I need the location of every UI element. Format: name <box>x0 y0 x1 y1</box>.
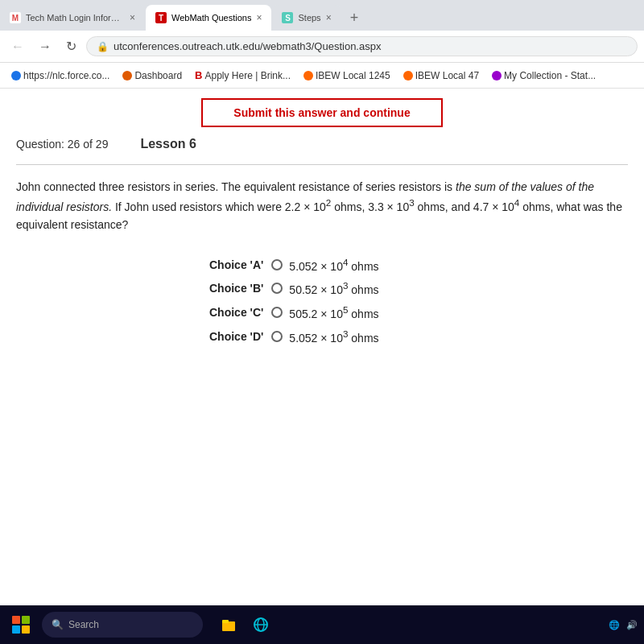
bookmark-ibew47-icon <box>403 71 413 80</box>
tab-steps[interactable]: S Steps × <box>272 5 341 31</box>
question-text: John connected three resistors in series… <box>16 178 628 234</box>
windows-logo <box>12 616 30 634</box>
bookmark-nlc-icon <box>11 71 21 80</box>
bookmark-nlc[interactable]: https://nlc.force.co... <box>6 68 114 84</box>
tab-webmath-close[interactable]: × <box>256 12 262 23</box>
choice-d-row: Choice 'D' 5.052 × 103 ohms <box>209 328 435 345</box>
choice-b-text: 50.52 × 103 ohms <box>289 280 378 296</box>
choice-c-row: Choice 'C' 505.2 × 105 ohms <box>209 304 435 320</box>
start-button[interactable] <box>6 610 35 639</box>
tab-bar: M Tech Math Login Information - d... × T… <box>0 0 644 31</box>
lesson-label: Lesson 6 <box>140 137 196 151</box>
choice-a-radio[interactable] <box>271 259 283 270</box>
question-label: Question: 26 of 29 <box>16 138 108 151</box>
taskbar-browser[interactable] <box>248 612 274 638</box>
bookmark-dashboard[interactable]: Dashboard <box>118 68 187 84</box>
gmail-icon: M <box>10 12 21 23</box>
tab-webmath-label: WebMath Questions <box>171 13 251 23</box>
bookmark-apply[interactable]: B Apply Here | Brink... <box>190 67 295 84</box>
browser-window: M Tech Math Login Information - d... × T… <box>0 0 644 644</box>
choice-c-text: 505.2 × 105 ohms <box>289 304 378 320</box>
bookmarks-bar: https://nlc.force.co... Dashboard B Appl… <box>0 63 644 89</box>
svg-rect-1 <box>222 620 229 623</box>
navigation-bar: ← → ↻ 🔒 utconferences.outreach.utk.edu/w… <box>0 31 644 63</box>
taskbar-icons <box>216 612 274 638</box>
bookmark-ibew1245[interactable]: IBEW Local 1245 <box>299 68 395 84</box>
search-icon: 🔍 <box>52 619 64 630</box>
bookmark-apply-icon: B <box>195 69 202 81</box>
tab-steps-close[interactable]: × <box>326 12 332 23</box>
tab-gmail[interactable]: M Tech Math Login Information - d... × <box>0 5 145 31</box>
bookmark-nlc-label: https://nlc.force.co... <box>23 70 109 81</box>
bookmark-ibew1245-icon <box>303 71 313 80</box>
choice-a-text: 5.052 × 104 ohms <box>289 257 378 273</box>
url-text: utconferences.outreach.utk.edu/webmath3/… <box>114 40 381 52</box>
webmath-icon: T <box>155 12 167 23</box>
choice-a-key: Choice 'A' <box>209 258 263 271</box>
question-header: Question: 26 of 29 Lesson 6 <box>16 137 628 151</box>
tray-network-icon: 🌐 <box>609 620 620 630</box>
bookmark-ibew47-label: IBEW Local 47 <box>415 70 479 81</box>
steps-icon: S <box>282 12 293 23</box>
tray-volume-icon: 🔊 <box>626 620 638 630</box>
tab-steps-label: Steps <box>298 13 320 23</box>
choice-b-radio[interactable] <box>271 283 283 294</box>
choice-d-key: Choice 'D' <box>209 330 263 343</box>
divider <box>16 164 628 165</box>
bookmark-ibew47[interactable]: IBEW Local 47 <box>398 68 484 84</box>
choice-d-radio[interactable] <box>271 331 283 342</box>
bookmark-dashboard-label: Dashboard <box>134 70 182 81</box>
choice-b-key: Choice 'B' <box>209 282 263 295</box>
system-tray: 🌐 🔊 <box>609 620 638 630</box>
bookmark-dashboard-icon <box>122 71 132 80</box>
reload-button[interactable]: ↻ <box>61 35 81 57</box>
tab-gmail-label: Tech Math Login Information - d... <box>26 13 125 23</box>
choices-container: Choice 'A' 5.052 × 104 ohms Choice 'B' 5… <box>16 257 628 345</box>
forward-button[interactable]: → <box>34 36 56 57</box>
choice-c-radio[interactable] <box>271 307 283 318</box>
bookmark-collection-icon <box>492 71 502 80</box>
bookmark-collection[interactable]: My Collection - Stat... <box>487 68 601 84</box>
page-content: Submit this answer and continue Question… <box>0 89 644 605</box>
taskbar-search[interactable]: 🔍 Search <box>42 612 203 638</box>
search-placeholder: Search <box>68 619 99 630</box>
choice-a-row: Choice 'A' 5.052 × 104 ohms <box>209 257 435 273</box>
address-bar[interactable]: 🔒 utconferences.outreach.utk.edu/webmath… <box>86 36 638 56</box>
tab-gmail-close[interactable]: × <box>130 12 135 23</box>
choice-c-key: Choice 'C' <box>209 306 263 319</box>
bookmark-apply-label: Apply Here | Brink... <box>205 70 291 81</box>
taskbar: 🔍 Search 🌐 🔊 <box>0 605 644 644</box>
taskbar-file-explorer[interactable] <box>216 612 242 638</box>
bookmark-collection-label: My Collection - Stat... <box>504 70 596 81</box>
tab-webmath[interactable]: T WebMath Questions × <box>146 5 271 31</box>
back-button[interactable]: ← <box>6 36 29 57</box>
bookmark-ibew1245-label: IBEW Local 1245 <box>316 70 390 81</box>
choice-d-text: 5.052 × 103 ohms <box>289 328 378 345</box>
choice-b-row: Choice 'B' 50.52 × 103 ohms <box>209 280 435 296</box>
new-tab-button[interactable]: + <box>342 5 367 31</box>
submit-button[interactable]: Submit this answer and continue <box>201 98 443 127</box>
lock-icon: 🔒 <box>97 41 109 52</box>
